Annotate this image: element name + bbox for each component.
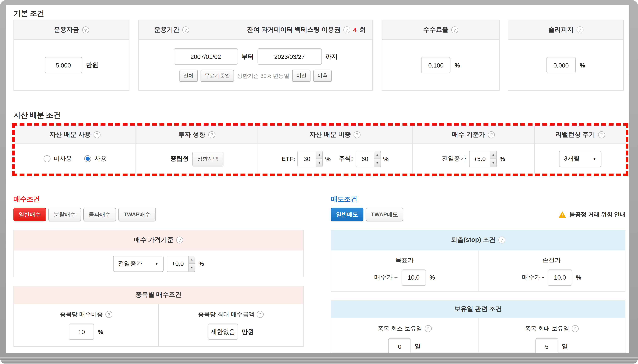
fund-input[interactable]: [45, 57, 82, 73]
help-icon[interactable]: ?: [105, 311, 112, 318]
per-stock-weight-col: 종목당 매수비중 ? %: [14, 304, 158, 346]
spin-up-icon[interactable]: ▲: [316, 151, 322, 158]
help-icon[interactable]: ?: [343, 26, 350, 33]
end-date-input[interactable]: [257, 48, 322, 65]
allocation-highlight-box: 자산 배분 사용 ? 투자 성향 ? 자산 배분 비중 ? 매수 기준가 ?: [12, 123, 628, 176]
prev-button[interactable]: 이전: [292, 70, 310, 82]
rebalance-header-label: 리밸런싱 주기: [555, 130, 595, 139]
slippage-input[interactable]: [546, 57, 576, 73]
ticket-info: 잔여 과거데이터 백테스팅 이용권 ? 4 회: [247, 26, 366, 34]
allocation-header-row: 자산 배분 사용 ? 투자 성향 ? 자산 배분 비중 ? 매수 기준가 ?: [15, 126, 626, 144]
etf-weight-stepper[interactable]: 30 ▲▼: [297, 150, 323, 167]
allocation-weight-header: 자산 배분 비중 ?: [258, 126, 412, 144]
spin-down-icon[interactable]: ▼: [316, 158, 322, 166]
radio-unused[interactable]: [44, 155, 51, 162]
min-holding-input[interactable]: [388, 338, 411, 353]
per-stock-weight-input[interactable]: [69, 324, 94, 340]
stoploss-price-label: 손절가: [542, 256, 561, 264]
min-holding-value-row: 일: [388, 338, 421, 353]
start-date-input[interactable]: [174, 48, 238, 65]
fee-input[interactable]: [421, 57, 451, 73]
stoploss-price-input[interactable]: [548, 269, 572, 286]
slippage-header-label: 슬리피지: [548, 26, 573, 34]
target-price-label: 목표가: [396, 256, 414, 264]
holding-days-panel: 보유일 관련 조건 종목 최소 보유일 ? 일 종목 최대 보유일: [331, 300, 625, 353]
rebalance-select[interactable]: 3개월 ▼: [559, 150, 601, 167]
help-icon[interactable]: ?: [488, 131, 495, 138]
etf-unit-label: %: [325, 155, 331, 162]
per-stock-max-input[interactable]: [208, 324, 238, 340]
buy-price-adjust-value[interactable]: +0.0: [167, 256, 188, 272]
help-icon[interactable]: ?: [176, 236, 183, 244]
ticket-count: 4: [353, 26, 357, 34]
unfair-trade-warning-label[interactable]: 불공정 거래 위험 안내: [569, 211, 625, 218]
help-icon[interactable]: ?: [498, 236, 505, 244]
help-icon[interactable]: ?: [451, 26, 458, 33]
period-all-button[interactable]: 전체: [179, 70, 198, 82]
period-header-left: 운용기간 ?: [154, 26, 189, 34]
spin-down-icon[interactable]: ▼: [374, 158, 380, 166]
per-stock-buy-panel: 종목별 매수조건 종목당 매수비중 ? % 종목당 최대 매수금액: [14, 286, 303, 346]
allocation-weight-cell: ETF: 30 ▲▼ % 주식: 60 ▲▼ %: [258, 144, 412, 174]
tab-split-buy[interactable]: 분할매수: [49, 208, 81, 221]
limit-change-note: 상한기준 30% 변동일: [237, 72, 289, 80]
help-icon[interactable]: ?: [208, 131, 215, 138]
target-price-value-row: 매수가 + %: [374, 269, 435, 286]
tab-breakout-buy[interactable]: 돌파매수: [83, 208, 116, 221]
buy-section-title: 매수조건: [14, 195, 40, 204]
buy-price-base-select[interactable]: 전일종가 ▼: [113, 256, 164, 272]
allocation-use-cell: 미사용 사용: [15, 144, 135, 174]
spin-down-icon[interactable]: ▼: [490, 158, 496, 166]
spin-down-icon[interactable]: ▼: [189, 264, 195, 272]
buy-base-stepper[interactable]: +5.0 ▲▼: [469, 150, 497, 167]
help-icon[interactable]: ?: [572, 325, 578, 332]
slippage-header: 슬리피지 ?: [508, 20, 623, 40]
style-select-button[interactable]: 성향선택: [192, 152, 223, 166]
help-icon[interactable]: ?: [425, 325, 432, 332]
help-icon[interactable]: ?: [598, 131, 605, 138]
fund-unit-label: 만원: [86, 61, 98, 69]
fee-header: 수수료율 ?: [382, 20, 499, 40]
help-icon[interactable]: ?: [182, 26, 189, 33]
help-icon[interactable]: ?: [354, 131, 361, 138]
target-price-prefix: 매수가 +: [374, 274, 398, 281]
per-stock-weight-label: 종목당 매수비중: [60, 310, 103, 318]
spin-up-icon[interactable]: ▲: [374, 151, 380, 158]
unfair-trade-warning-link[interactable]: 불공정 거래 위험 안내: [559, 211, 625, 218]
buy-base-value[interactable]: +5.0: [469, 151, 490, 166]
target-price-input[interactable]: [401, 269, 426, 286]
tab-normal-buy[interactable]: 일반매수: [14, 208, 46, 221]
stoploss-price-unit: %: [576, 274, 581, 281]
ticket-label: 잔여 과거데이터 백테스팅 이용권: [247, 26, 341, 34]
buy-base-price-header: 매수 기준가 ?: [412, 126, 534, 144]
period-header-label: 운용기간: [154, 26, 180, 34]
stock-unit-label: %: [383, 155, 389, 162]
per-stock-buy-body: 종목당 매수비중 ? % 종목당 최대 매수금액 ? 만원: [14, 304, 303, 346]
page-content: 기본 조건 운용자금 ? 만원 운용기간 ? 잔여 과거데이터 백테스팅 이용권: [6, 5, 629, 353]
next-button[interactable]: 이후: [313, 70, 332, 82]
help-icon[interactable]: ?: [257, 311, 264, 318]
stock-weight-stepper[interactable]: 60 ▲▼: [356, 150, 381, 167]
help-icon[interactable]: ?: [576, 26, 583, 33]
holding-days-body: 종목 최소 보유일 ? 일 종목 최대 보유일 ? 일: [331, 318, 625, 353]
window: 기본 조건 운용자금 ? 만원 운용기간 ? 잔여 과거데이터 백테스팅 이용권: [0, 0, 638, 364]
stepper-buttons: ▲▼: [374, 151, 380, 166]
help-icon[interactable]: ?: [94, 131, 101, 138]
buy-price-base-body: 전일종가 ▼ +0.0 ▲▼ %: [14, 250, 303, 277]
tab-twap-sell[interactable]: TWAP매도: [366, 208, 403, 221]
per-stock-max-col: 종목당 최대 매수금액 ? 만원: [158, 304, 303, 346]
max-holding-input[interactable]: [535, 338, 558, 353]
radio-used[interactable]: [84, 155, 91, 162]
buy-price-adjust-stepper[interactable]: +0.0 ▲▼: [167, 256, 195, 272]
tab-normal-sell[interactable]: 일반매도: [331, 208, 364, 221]
help-icon[interactable]: ?: [82, 26, 89, 33]
stock-weight-value[interactable]: 60: [356, 151, 374, 166]
free-base-date-button[interactable]: 무료기준일: [201, 70, 234, 82]
stock-label: 주식:: [339, 155, 353, 162]
stop-condition-body: 목표가 매수가 + % 손절가 매수가 - %: [331, 250, 625, 292]
spin-up-icon[interactable]: ▲: [490, 151, 496, 158]
per-stock-weight-value-row: %: [69, 324, 103, 340]
etf-weight-value[interactable]: 30: [298, 151, 316, 166]
spin-up-icon[interactable]: ▲: [189, 256, 195, 264]
tab-twap-buy[interactable]: TWAP매수: [118, 208, 156, 221]
